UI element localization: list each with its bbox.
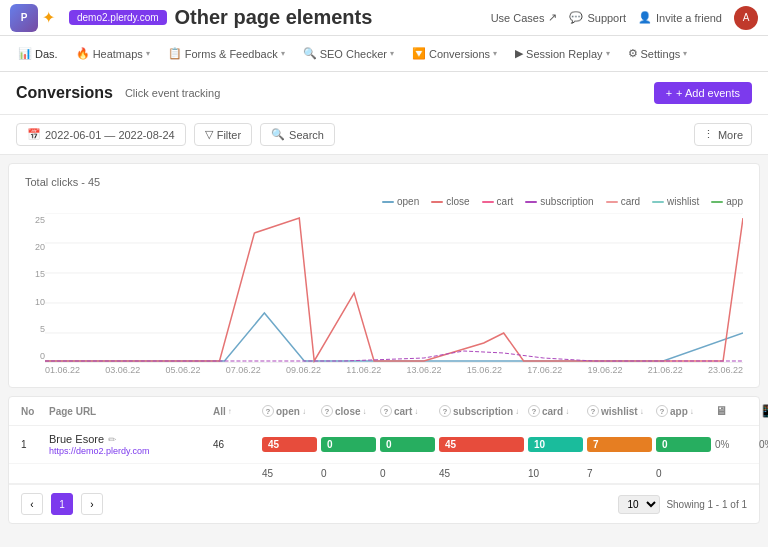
person-icon: 👤 [638, 11, 652, 24]
help-icon[interactable]: ? [656, 405, 668, 417]
legend-cart: cart [482, 196, 514, 207]
dashboard-icon: 📊 [18, 47, 32, 60]
row-desktop-pct: 0% [715, 439, 755, 450]
nav-item-settings[interactable]: ⚙ Settings ▾ [620, 43, 696, 64]
row-wishlist: 7 [587, 437, 652, 452]
top-bar: P ✦ demo2.plerdy.com Other page elements… [0, 0, 768, 36]
filter-icon: ▽ [205, 128, 213, 141]
row-cart: 0 [380, 437, 435, 452]
invite-friend-button[interactable]: 👤 Invite a friend [638, 11, 722, 24]
more-button[interactable]: ⋮ More [694, 123, 752, 146]
nav-item-forms[interactable]: 📋 Forms & Feedback ▾ [160, 43, 293, 64]
legend-dot-cart [482, 201, 494, 203]
col-subscription[interactable]: ? subscription ↓ [439, 405, 524, 417]
per-page-select[interactable]: 10 25 50 [618, 495, 660, 514]
search-button[interactable]: 🔍 Search [260, 123, 335, 146]
chevron-icon: ▾ [683, 49, 687, 58]
subtotal-subscription: 45 [439, 468, 524, 479]
sort-desc-icon: ↓ [302, 407, 306, 416]
nav-item-conversions[interactable]: 🔽 Conversions ▾ [404, 43, 505, 64]
pagination-right: 10 25 50 Showing 1 - 1 of 1 [618, 495, 747, 514]
prev-page-button[interactable]: ‹ [21, 493, 43, 515]
help-icon[interactable]: ? [262, 405, 274, 417]
subtotal-card: 10 [528, 468, 583, 479]
filter-bar-right: ⋮ More [694, 123, 752, 146]
settings-icon: ⚙ [628, 47, 638, 60]
col-wishlist[interactable]: ? wishlist ↓ [587, 405, 652, 417]
subtotal-open: 45 [262, 468, 317, 479]
nav-item-dashboard[interactable]: 📊 Das. [10, 43, 66, 64]
sort-desc-icon: ↓ [414, 407, 418, 416]
row-card: 10 [528, 437, 583, 452]
table-subtotals: 45 0 0 45 10 7 0 [9, 464, 759, 484]
col-app[interactable]: ? app ↓ [656, 405, 711, 417]
help-icon[interactable]: ? [380, 405, 392, 417]
support-button[interactable]: 💬 Support [569, 11, 626, 24]
legend-dot-open [382, 201, 394, 203]
sort-desc-icon: ↓ [363, 407, 367, 416]
external-link-icon: ↗ [548, 11, 557, 24]
nav-item-seo[interactable]: 🔍 SEO Checker ▾ [295, 43, 402, 64]
col-all[interactable]: All ↑ [213, 406, 258, 417]
chart-legend: open close cart subscription card wishli… [25, 196, 743, 207]
subtotal-close: 0 [321, 468, 376, 479]
nav-item-session-replay[interactable]: ▶ Session Replay ▾ [507, 43, 617, 64]
help-icon[interactable]: ? [587, 405, 599, 417]
more-icon: ⋮ [703, 128, 714, 141]
col-open[interactable]: ? open ↓ [262, 405, 317, 417]
click-event-tracking-link[interactable]: Click event tracking [125, 87, 220, 99]
nav-bar: 📊 Das. 🔥 Heatmaps ▾ 📋 Forms & Feedback ▾… [0, 36, 768, 72]
edit-icon[interactable]: ✏ [108, 434, 116, 445]
row-no: 1 [21, 439, 45, 450]
row-url[interactable]: https://demo2.plerdy.com [49, 446, 209, 456]
row-app: 0 [656, 437, 711, 452]
support-icon: 💬 [569, 11, 583, 24]
page-1-button[interactable]: 1 [51, 493, 73, 515]
page-header: Conversions Click event tracking + + Add… [0, 72, 768, 115]
legend-card: card [606, 196, 640, 207]
help-icon[interactable]: ? [439, 405, 451, 417]
use-cases-button[interactable]: Use Cases ↗ [491, 11, 558, 24]
chart-section: Total clicks - 45 open close cart subscr… [8, 163, 760, 388]
logo-area: P ✦ [10, 4, 55, 32]
plus-icon: + [666, 87, 672, 99]
col-cart[interactable]: ? cart ↓ [380, 405, 435, 417]
chevron-icon: ▾ [146, 49, 150, 58]
col-desktop: 🖥 [715, 404, 755, 418]
legend-dot-card [606, 201, 618, 203]
conversions-icon: 🔽 [412, 47, 426, 60]
top-bar-actions: Use Cases ↗ 💬 Support 👤 Invite a friend … [491, 6, 758, 30]
col-card[interactable]: ? card ↓ [528, 405, 583, 417]
chevron-icon: ▾ [281, 49, 285, 58]
col-close[interactable]: ? close ↓ [321, 405, 376, 417]
page-title: Conversions [16, 84, 113, 102]
col-url: Page URL [49, 406, 209, 417]
row-name: Brue Esore [49, 433, 104, 445]
col-tablet: 📱 [759, 404, 768, 418]
pagination: ‹ 1 › 10 25 50 Showing 1 - 1 of 1 [9, 484, 759, 523]
nav-item-heatmaps[interactable]: 🔥 Heatmaps ▾ [68, 43, 158, 64]
next-page-button[interactable]: › [81, 493, 103, 515]
row-open: 45 [262, 437, 317, 452]
sort-desc-icon: ↓ [640, 407, 644, 416]
session-icon: ▶ [515, 47, 523, 60]
date-range-filter[interactable]: 📅 2022-06-01 — 2022-08-24 [16, 123, 186, 146]
row-close: 0 [321, 437, 376, 452]
help-icon[interactable]: ? [528, 405, 540, 417]
demo-badge[interactable]: demo2.plerdy.com [69, 10, 167, 25]
table-row: 1 Brue Esore ✏ https://demo2.plerdy.com … [9, 426, 759, 464]
legend-close: close [431, 196, 469, 207]
add-events-button[interactable]: + + Add events [654, 82, 752, 104]
legend-app: app [711, 196, 743, 207]
forms-icon: 📋 [168, 47, 182, 60]
help-icon[interactable]: ? [321, 405, 333, 417]
legend-dot-app [711, 201, 723, 203]
subtotal-app: 0 [656, 468, 711, 479]
avatar[interactable]: A [734, 6, 758, 30]
filter-button[interactable]: ▽ Filter [194, 123, 252, 146]
table-section: No Page URL All ↑ ? open ↓ ? close ↓ ? c… [8, 396, 760, 524]
subtotal-wishlist: 7 [587, 468, 652, 479]
sort-desc-icon: ↓ [565, 407, 569, 416]
y-axis: 25 20 15 10 5 0 [25, 213, 45, 363]
page-url-cell: Brue Esore ✏ https://demo2.plerdy.com [49, 433, 209, 456]
